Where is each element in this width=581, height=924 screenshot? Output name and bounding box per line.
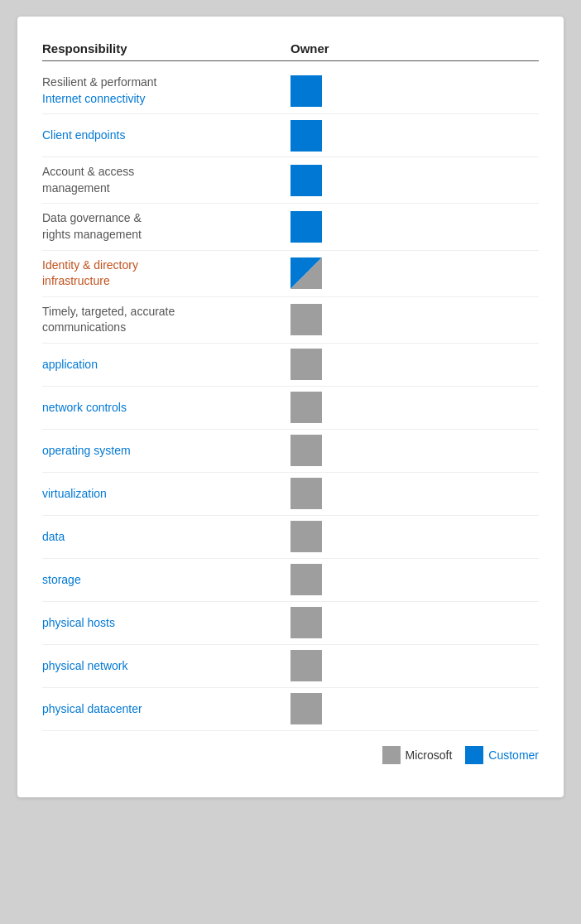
table-row: Resilient & performantInternet connectiv… [42, 68, 539, 114]
table-row: network controls [42, 387, 539, 430]
owner-box-customer [290, 211, 322, 243]
row-label-network-controls: network controls [42, 393, 290, 423]
owner-cell-virtualization [290, 478, 322, 509]
table-row: Data governance &rights management [42, 204, 539, 250]
owner-box-microsoft [290, 521, 322, 552]
row-label-operating-system: operating system [42, 436, 290, 466]
owner-cell-network-controls [290, 392, 322, 423]
row-label-timely-comms: Timely, targeted, accuratecommunications [42, 297, 290, 343]
owner-cell-physical-hosts [290, 607, 322, 638]
table-row: physical network [42, 645, 539, 688]
row-label-data: data [42, 522, 290, 552]
table-row: application [42, 344, 539, 387]
owner-cell-application [290, 349, 322, 380]
row-label-identity-directory: Identity & directoryinfrastructure [42, 251, 290, 296]
row-label-client-endpoints: Client endpoints [42, 121, 290, 151]
responsibility-header: Responsibility [42, 41, 290, 55]
legend-customer-box [465, 746, 483, 764]
table-row: Timely, targeted, accuratecommunications [42, 297, 539, 344]
table-row: storage [42, 559, 539, 602]
table-row: operating system [42, 430, 539, 473]
owner-cell-client-endpoints [290, 120, 322, 152]
owner-cell-operating-system [290, 435, 322, 466]
table-row: physical datacenter [42, 688, 539, 731]
owner-cell-physical-network [290, 650, 322, 681]
table-row: data [42, 516, 539, 559]
row-label-virtualization: virtualization [42, 479, 290, 509]
legend-microsoft-box [382, 746, 401, 764]
row-label-physical-datacenter: physical datacenter [42, 695, 290, 724]
table-row: physical hosts [42, 602, 539, 645]
table-row: Identity & directoryinfrastructure [42, 251, 539, 297]
legend-customer-label: Customer [488, 748, 539, 762]
owner-cell-identity-directory [290, 257, 322, 289]
owner-header: Owner [290, 41, 539, 55]
row-label-physical-network: physical network [42, 652, 290, 681]
owner-box-microsoft [290, 693, 322, 724]
owner-box-customer [290, 165, 322, 196]
main-card: Responsibility Owner Resilient & perform… [17, 17, 564, 797]
owner-box-split [290, 257, 322, 289]
owner-box-microsoft [290, 650, 322, 681]
owner-cell-data [290, 521, 322, 552]
legend-microsoft-label: Microsoft [406, 748, 453, 762]
table-header: Responsibility Owner [42, 41, 539, 61]
owner-box-microsoft [290, 304, 322, 335]
owner-box-customer [290, 120, 322, 152]
owner-cell-account-access [290, 165, 322, 196]
row-label-storage: storage [42, 565, 290, 595]
table-row: Account & accessmanagement [42, 157, 539, 204]
table-row: virtualization [42, 473, 539, 516]
owner-box-microsoft [290, 607, 322, 638]
row-label-data-governance: Data governance &rights management [42, 204, 290, 249]
owner-box-microsoft [290, 478, 322, 509]
legend-customer: Customer [465, 746, 539, 764]
row-label-application: application [42, 350, 290, 380]
rows-container: Resilient & performantInternet connectiv… [42, 68, 539, 731]
row-label-physical-hosts: physical hosts [42, 609, 290, 638]
legend-microsoft: Microsoft [382, 746, 453, 764]
owner-cell-timely-comms [290, 304, 322, 335]
owner-box-customer [290, 75, 322, 107]
owner-box-microsoft [290, 435, 322, 466]
owner-cell-storage [290, 564, 322, 595]
owner-box-microsoft [290, 392, 322, 423]
owner-cell-data-governance [290, 211, 322, 243]
owner-box-microsoft [290, 349, 322, 380]
owner-cell-physical-datacenter [290, 693, 322, 724]
owner-cell-internet-connectivity [290, 75, 322, 107]
owner-box-microsoft [290, 564, 322, 595]
row-label-account-access: Account & accessmanagement [42, 157, 290, 203]
legend: Microsoft Customer [42, 746, 539, 764]
row-label-internet-connectivity: Resilient & performantInternet connectiv… [42, 68, 290, 113]
table-row: Client endpoints [42, 114, 539, 157]
